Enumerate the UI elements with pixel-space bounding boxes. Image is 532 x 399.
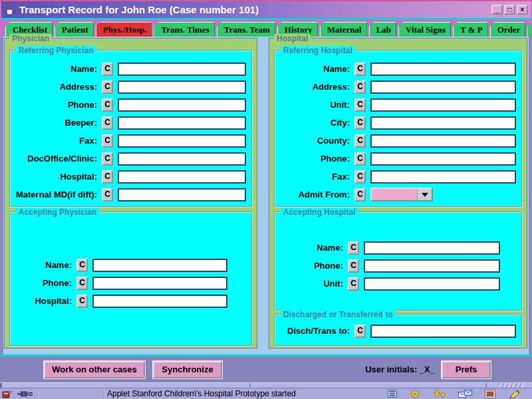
field-row: County: C — [275, 134, 516, 148]
referring-hospital-name-input[interactable] — [370, 63, 516, 76]
window-title: Transport Record for John Roe (Case numb… — [19, 4, 491, 15]
field-label: Maternal MD(if dift): — [11, 190, 97, 200]
horizontal-scrollbar[interactable] — [0, 382, 532, 388]
field-label: Name: — [275, 64, 350, 74]
clear-button[interactable]: C — [102, 188, 113, 201]
dropdown-arrow-button[interactable] — [417, 189, 432, 200]
download-icon[interactable] — [433, 390, 446, 398]
gear-icon[interactable] — [410, 390, 420, 398]
clear-button[interactable]: C — [354, 80, 366, 94]
close-button[interactable]: × — [517, 5, 528, 15]
resize-grip[interactable] — [499, 383, 524, 388]
image-icon[interactable] — [485, 390, 495, 398]
field-row: Unit: C — [275, 98, 516, 112]
clear-button[interactable]: C — [354, 170, 366, 184]
chevron-down-icon — [422, 193, 428, 197]
status-message: Applet Stanford Children\'s Hospital Pro… — [107, 389, 296, 398]
clear-button[interactable]: C — [354, 188, 366, 201]
referring-physician-title: Referring Physician — [16, 46, 96, 55]
referring-hospital-county-input[interactable] — [370, 134, 516, 148]
field-label: Phone: — [11, 100, 97, 110]
referring-physician-fax-input[interactable] — [118, 134, 246, 148]
accepting-hospital-unit-input[interactable] — [364, 277, 500, 291]
field-row: Admit From: C — [275, 188, 516, 201]
list-icon[interactable] — [388, 390, 397, 398]
referring-physician-hospital-input[interactable] — [118, 170, 246, 184]
field-row: Fax: C — [275, 170, 516, 184]
referring-physician-docoffice-input[interactable] — [118, 152, 246, 166]
physician-panel-title: Physician — [9, 34, 52, 43]
clear-button[interactable]: C — [102, 116, 113, 130]
main-content: Physician Referring Physician Name: C Ad… — [0, 37, 532, 354]
field-row: Beeper: C — [11, 116, 246, 130]
referring-physician-phone-input[interactable] — [118, 98, 246, 112]
field-label: Name: — [11, 260, 72, 270]
accepting-physician-name-input[interactable] — [92, 259, 227, 272]
field-label: Name: — [275, 243, 343, 253]
referring-physician-address-input[interactable] — [118, 80, 246, 94]
field-row: Hospital: C — [11, 294, 246, 308]
disch-trans-to-input[interactable] — [370, 325, 516, 338]
maximize-button[interactable]: □ — [504, 5, 515, 15]
referring-hospital-title: Referring Hospital — [281, 46, 355, 55]
referring-physician-panel: Referring Physician Name: C Address: C P… — [9, 50, 253, 207]
statusbar-pane-divider — [249, 383, 251, 388]
clear-button[interactable]: C — [102, 152, 113, 166]
clear-button[interactable]: C — [102, 80, 113, 94]
tab-order[interactable]: Order — [490, 22, 526, 37]
admit-from-dropdown[interactable] — [370, 188, 433, 201]
work-on-other-cases-button[interactable]: Work on other cases — [44, 361, 145, 378]
clear-button[interactable]: C — [354, 134, 366, 148]
clear-button[interactable]: C — [76, 277, 88, 290]
clear-button[interactable]: C — [348, 241, 359, 255]
accepting-physician-title: Accepting Physician — [16, 207, 99, 217]
tab-task-review[interactable]: Task Review — [527, 22, 532, 37]
field-row: Phone: C — [11, 98, 246, 112]
accepting-hospital-name-input[interactable] — [364, 241, 500, 255]
clear-button[interactable]: C — [76, 295, 88, 308]
clear-button[interactable]: C — [354, 116, 366, 130]
prefs-button[interactable]: Prefs — [442, 361, 491, 378]
field-row: Fax: C — [11, 134, 246, 148]
tab-patient[interactable]: Patient — [55, 22, 94, 37]
synchronize-button[interactable]: Synchronize — [153, 361, 222, 378]
clear-button[interactable]: C — [348, 277, 359, 291]
mail-icon[interactable] — [458, 390, 472, 398]
clear-button[interactable]: C — [354, 98, 366, 112]
clear-button[interactable]: C — [102, 63, 113, 76]
tab-trans-times[interactable]: Trans. Times — [154, 22, 214, 37]
field-label: DocOffice/Clinic: — [11, 154, 97, 164]
clear-button[interactable]: C — [354, 63, 366, 76]
field-row: Phone: C — [11, 276, 246, 290]
tab-lab[interactable]: Lab — [369, 22, 396, 37]
tab-t-and-p[interactable]: T & P — [453, 22, 488, 37]
referring-hospital-unit-input[interactable] — [370, 98, 516, 112]
accepting-physician-hospital-input[interactable] — [92, 295, 227, 308]
pencil-icon[interactable] — [508, 390, 521, 398]
clear-button[interactable]: C — [76, 259, 88, 272]
accepting-physician-phone-input[interactable] — [92, 277, 227, 290]
security-stamp-icon — [2, 389, 13, 398]
tab-maternal[interactable]: Maternal — [320, 22, 367, 37]
referring-physician-name-input[interactable] — [118, 63, 246, 76]
minimize-button[interactable]: _ — [491, 5, 503, 15]
clear-button[interactable]: C — [102, 98, 113, 112]
referring-hospital-fax-input[interactable] — [370, 170, 516, 184]
tab-vital-signs[interactable]: Vital Signs — [398, 22, 451, 37]
clear-button[interactable]: C — [354, 325, 366, 338]
field-row: Disch/Trans to: C — [275, 324, 516, 338]
tab-trans-team[interactable]: Trans. Team — [217, 22, 275, 37]
referring-physician-maternal-md-input[interactable] — [118, 188, 246, 201]
tab-phys-hosp[interactable]: Phys./Hosp. — [96, 22, 152, 37]
accepting-hospital-phone-input[interactable] — [364, 259, 500, 273]
clear-button[interactable]: C — [102, 134, 113, 148]
referring-hospital-address-input[interactable] — [370, 80, 516, 94]
clear-button[interactable]: C — [348, 259, 359, 273]
clear-button[interactable]: C — [354, 152, 366, 166]
referring-hospital-phone-input[interactable] — [370, 152, 516, 166]
field-row: Phone: C — [275, 152, 516, 166]
referring-hospital-city-input[interactable] — [370, 116, 516, 130]
accepting-physician-panel: Accepting Physician Name: C Phone: C Hos… — [9, 211, 253, 346]
clear-button[interactable]: C — [102, 170, 113, 184]
referring-physician-beeper-input[interactable] — [118, 116, 246, 130]
